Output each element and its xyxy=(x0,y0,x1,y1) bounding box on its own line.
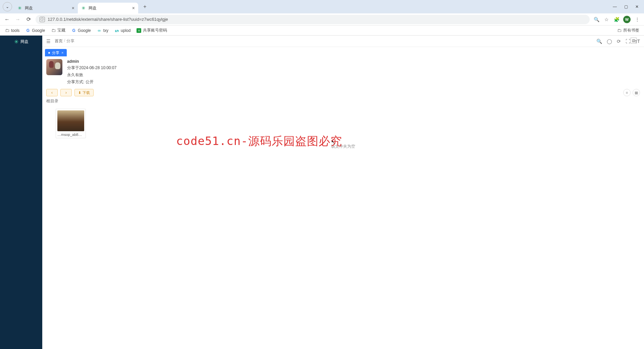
bookmark-item[interactable]: Google xyxy=(25,28,45,33)
bookmark-star-icon[interactable]: ☆ xyxy=(603,17,610,22)
broken-image-icon: 🖼 xyxy=(631,38,637,44)
url-text: 127.0.0.1/netdisk/external/share/share-l… xyxy=(48,17,168,22)
bookmarks-bar: toolsGoogle宝藏Googletxyuplod共享账号密码 所有书签 xyxy=(0,26,644,36)
forward-button[interactable]: → xyxy=(14,16,21,22)
bookmark-item[interactable]: tools xyxy=(5,28,19,33)
file-thumbnail xyxy=(57,110,84,131)
app-main: 🖼 ☰ 首页 / 分享 🔍 ◯ ⟳ ⛶ тT 分享 × xyxy=(42,36,644,349)
maximize-button[interactable]: ▢ xyxy=(624,4,628,9)
bookmark-item[interactable]: 共享账号密码 xyxy=(137,28,167,33)
view-grid-button[interactable]: ▦ xyxy=(633,89,640,96)
app-logo[interactable]: ✳ 网盘 xyxy=(0,36,42,48)
logo-icon: ✳ xyxy=(14,39,18,45)
bookmark-label: Google xyxy=(78,28,91,33)
close-icon[interactable]: × xyxy=(132,5,135,11)
app-topbar: ☰ 首页 / 分享 🔍 ◯ ⟳ ⛶ тT xyxy=(42,36,644,47)
sharer-name: admin xyxy=(67,59,116,64)
share-time: 分享于2024-06-28 10:00:07 xyxy=(67,65,116,71)
download-button[interactable]: ⬇ 下载 xyxy=(74,89,94,96)
nav-prev-button[interactable]: ‹ xyxy=(46,89,58,96)
share-validity: 永久有效 xyxy=(67,72,116,78)
bookmark-icon xyxy=(51,28,56,33)
tab-share[interactable]: 分享 × xyxy=(45,49,67,56)
close-window-button[interactable]: ✕ xyxy=(635,4,639,9)
browser-addressbar: ← → ⟳ ⓘ 127.0.0.1/netdisk/external/share… xyxy=(0,13,644,26)
refresh-icon[interactable]: ⟳ xyxy=(617,39,621,44)
app-sidebar: ✳ 网盘 xyxy=(0,36,42,349)
site-info-icon[interactable]: ⓘ xyxy=(40,17,45,22)
url-input[interactable]: ⓘ 127.0.0.1/netdisk/external/share/share… xyxy=(36,15,590,24)
tab-label: 分享 xyxy=(52,50,59,55)
bookmark-label: 共享账号密码 xyxy=(143,28,167,33)
download-label: 下载 xyxy=(83,90,90,95)
download-icon: ⬇ xyxy=(78,91,81,95)
controls-row: ‹ › ⬇ 下载 ≡ ▦ xyxy=(42,88,644,98)
nav-next-button[interactable]: › xyxy=(60,89,72,96)
tab-title: 网盘 xyxy=(89,5,97,11)
search-icon[interactable]: 🔍 xyxy=(596,39,602,44)
folder-icon xyxy=(617,28,622,33)
current-path[interactable]: 根目录 xyxy=(42,98,644,107)
bookmark-label: tools xyxy=(11,28,19,33)
share-method: 分享方式: 公开 xyxy=(67,79,116,85)
tab-title: 网盘 xyxy=(25,5,33,11)
bookmark-icon xyxy=(114,28,119,33)
bookmark-icon xyxy=(25,28,30,33)
profile-avatar[interactable]: W xyxy=(623,16,631,23)
page-tabs: 分享 × xyxy=(42,47,644,56)
bookmark-label: 宝藏 xyxy=(57,28,65,33)
bookmark-icon xyxy=(97,28,102,33)
bookmark-icon xyxy=(71,28,76,33)
bookmark-icon xyxy=(137,28,141,33)
logo-text: 网盘 xyxy=(20,39,29,45)
bookmark-label: Google xyxy=(32,28,45,33)
zoom-icon[interactable]: 🔍 xyxy=(593,17,600,22)
favicon-icon: ✳ xyxy=(81,6,86,10)
back-button[interactable]: ← xyxy=(3,16,11,22)
breadcrumb: 首页 / 分享 xyxy=(55,38,74,44)
all-bookmarks-button[interactable]: 所有书签 xyxy=(617,28,639,33)
tab-close-icon[interactable]: × xyxy=(61,51,63,55)
browser-tab-1[interactable]: ✳ 网盘 × xyxy=(78,3,138,13)
bookmark-label: uplod xyxy=(121,28,130,33)
view-list-button[interactable]: ≡ xyxy=(623,89,631,96)
bookmark-item[interactable]: uplod xyxy=(114,28,130,33)
browser-menu-button[interactable]: ⋮ xyxy=(634,17,641,22)
browser-tab-0[interactable]: ✳ 网盘 × xyxy=(14,3,78,13)
close-icon[interactable]: × xyxy=(72,5,74,11)
bookmark-label: 所有书签 xyxy=(623,28,639,33)
sidebar-toggle-button[interactable]: ☰ xyxy=(46,39,51,44)
browser-titlebar: ⌄ ✳ 网盘 × ✳ 网盘 × + ― ▢ ✕ xyxy=(0,0,644,13)
bookmark-item[interactable]: txy xyxy=(97,28,108,33)
breadcrumb-home[interactable]: 首页 xyxy=(55,38,63,44)
favicon-icon: ✳ xyxy=(17,6,22,10)
dot-icon xyxy=(48,52,50,54)
empty-folder-text: 该文件夹为空 xyxy=(42,140,644,153)
tab-search-button[interactable]: ⌄ xyxy=(3,2,12,11)
breadcrumb-current: 分享 xyxy=(66,38,74,44)
share-info: admin 分享于2024-06-28 10:00:07 永久有效 分享方式: … xyxy=(42,56,644,88)
fullscreen-icon[interactable]: ⛶ xyxy=(626,39,630,44)
minimize-button[interactable]: ― xyxy=(613,4,617,9)
reload-button[interactable]: ⟳ xyxy=(25,16,32,22)
file-item[interactable]: …msop_ab8… xyxy=(56,109,86,138)
bookmark-item[interactable]: 宝藏 xyxy=(51,28,65,33)
file-name: …msop_ab8… xyxy=(57,131,84,137)
bookmark-label: txy xyxy=(103,28,108,33)
extensions-icon[interactable]: 🧩 xyxy=(613,17,620,22)
file-grid: …msop_ab8… xyxy=(42,107,644,140)
bookmark-icon xyxy=(5,28,9,33)
sharer-avatar xyxy=(46,59,62,75)
bookmark-item[interactable]: Google xyxy=(71,28,91,33)
github-icon[interactable]: ◯ xyxy=(607,39,612,44)
new-tab-button[interactable]: + xyxy=(140,2,150,11)
